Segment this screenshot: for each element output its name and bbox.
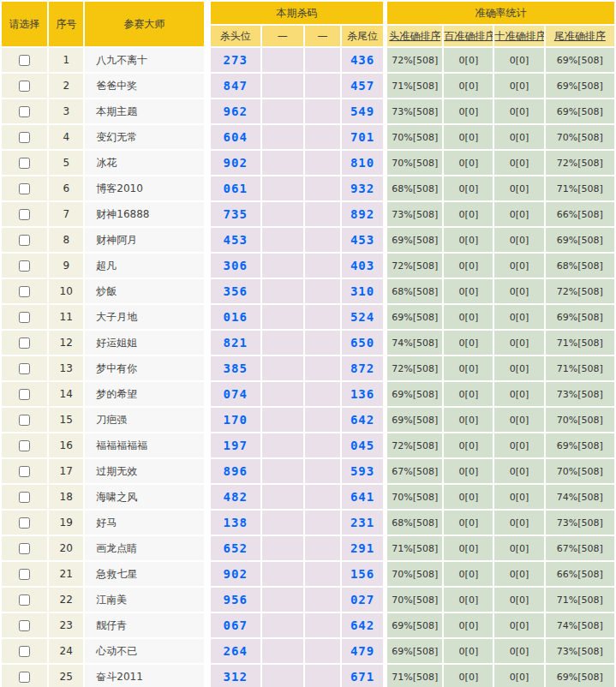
kill-mid1-cell bbox=[262, 562, 303, 586]
kill-tail-number[interactable]: 892 bbox=[350, 207, 374, 221]
table-row: 23 靓仔青 067 642 69%[508] 0[0] 0[0] 74%[50… bbox=[2, 613, 614, 637]
row-checkbox[interactable] bbox=[19, 260, 30, 272]
kill-tail-cell: 650 bbox=[342, 331, 383, 355]
kill-head-number[interactable]: 197 bbox=[224, 439, 248, 452]
kill-mid2-cell bbox=[305, 433, 340, 457]
kill-head-number[interactable]: 902 bbox=[224, 567, 248, 581]
kill-head-number[interactable]: 016 bbox=[224, 310, 248, 324]
kill-tail-number[interactable]: 027 bbox=[350, 593, 374, 606]
row-checkbox[interactable] bbox=[19, 440, 30, 451]
kill-head-number[interactable]: 956 bbox=[224, 593, 248, 606]
acc-tail-cell: 69%[508] bbox=[546, 228, 614, 252]
sort-link-ten-accuracy[interactable]: 十准确排序 bbox=[494, 30, 543, 42]
row-checkbox[interactable] bbox=[19, 363, 30, 374]
kill-tail-number[interactable]: 872 bbox=[350, 361, 374, 375]
kill-tail-number[interactable]: 549 bbox=[350, 105, 374, 118]
row-checkbox[interactable] bbox=[19, 183, 30, 194]
kill-tail-number[interactable]: 436 bbox=[350, 53, 374, 67]
kill-head-number[interactable]: 273 bbox=[224, 53, 248, 67]
kill-tail-number[interactable]: 403 bbox=[350, 259, 374, 272]
row-checkbox[interactable] bbox=[19, 55, 30, 66]
kill-head-number[interactable]: 067 bbox=[224, 618, 248, 632]
kill-tail-number[interactable]: 453 bbox=[350, 233, 374, 247]
kill-mid2-cell bbox=[305, 48, 340, 72]
sort-link-tail-accuracy[interactable]: 尾准确排序 bbox=[554, 30, 606, 42]
kill-head-number[interactable]: 453 bbox=[224, 233, 248, 247]
row-checkbox[interactable] bbox=[19, 492, 30, 503]
kill-head-number[interactable]: 312 bbox=[224, 670, 248, 684]
row-checkbox[interactable] bbox=[19, 543, 30, 554]
row-checkbox[interactable] bbox=[19, 672, 30, 683]
kill-tail-number[interactable]: 457 bbox=[350, 79, 374, 93]
row-checkbox[interactable] bbox=[19, 466, 30, 477]
kill-tail-number[interactable]: 136 bbox=[350, 387, 374, 401]
index-cell: 12 bbox=[49, 331, 83, 355]
row-checkbox[interactable] bbox=[19, 132, 30, 143]
row-gap-left bbox=[206, 511, 209, 535]
row-checkbox[interactable] bbox=[19, 620, 30, 631]
kill-head-number[interactable]: 170 bbox=[224, 413, 248, 427]
row-checkbox[interactable] bbox=[19, 235, 30, 246]
index-cell: 13 bbox=[49, 356, 83, 380]
select-cell bbox=[2, 356, 47, 380]
kill-head-number[interactable]: 652 bbox=[224, 541, 248, 555]
sort-link-head-accuracy[interactable]: 头准确排序 bbox=[389, 30, 440, 42]
kill-head-number[interactable]: 138 bbox=[224, 516, 248, 529]
kill-tail-number[interactable]: 701 bbox=[350, 130, 374, 144]
kill-tail-number[interactable]: 479 bbox=[350, 644, 374, 658]
kill-tail-number[interactable]: 231 bbox=[350, 516, 374, 529]
acc-ten-cell: 0[0] bbox=[494, 511, 543, 535]
kill-head-number[interactable]: 902 bbox=[224, 156, 248, 170]
row-checkbox[interactable] bbox=[19, 312, 30, 323]
row-checkbox[interactable] bbox=[19, 389, 30, 400]
kill-tail-number[interactable]: 671 bbox=[350, 670, 374, 684]
kill-head-number[interactable]: 735 bbox=[224, 207, 248, 221]
kill-head-number[interactable]: 482 bbox=[224, 490, 248, 504]
kill-tail-cell: 593 bbox=[342, 459, 383, 483]
kill-head-number[interactable]: 385 bbox=[224, 361, 248, 375]
kill-head-number[interactable]: 896 bbox=[224, 464, 248, 478]
kill-tail-number[interactable]: 642 bbox=[350, 618, 374, 632]
kill-tail-number[interactable]: 310 bbox=[350, 284, 374, 298]
kill-head-number[interactable]: 306 bbox=[224, 259, 248, 272]
kill-head-number[interactable]: 074 bbox=[224, 387, 248, 401]
row-checkbox[interactable] bbox=[19, 338, 30, 349]
row-checkbox[interactable] bbox=[19, 286, 30, 297]
kill-head-number[interactable]: 962 bbox=[224, 105, 248, 118]
acc-ten-cell: 0[0] bbox=[494, 74, 543, 98]
sort-link-hundred-accuracy[interactable]: 百准确排序 bbox=[444, 30, 493, 42]
kill-tail-number[interactable]: 291 bbox=[350, 541, 374, 555]
kill-head-number[interactable]: 821 bbox=[224, 336, 248, 349]
row-checkbox[interactable] bbox=[19, 209, 30, 220]
kill-head-number[interactable]: 356 bbox=[224, 284, 248, 298]
row-checkbox[interactable] bbox=[19, 81, 30, 92]
row-checkbox[interactable] bbox=[19, 646, 30, 657]
kill-head-number[interactable]: 847 bbox=[224, 79, 248, 93]
kill-tail-number[interactable]: 045 bbox=[350, 439, 374, 452]
kill-head-number[interactable]: 604 bbox=[224, 130, 248, 144]
row-checkbox[interactable] bbox=[19, 106, 30, 117]
acc-hundred-cell: 0[0] bbox=[444, 254, 493, 278]
kill-mid2-cell bbox=[305, 279, 340, 303]
select-cell bbox=[2, 176, 47, 200]
row-checkbox[interactable] bbox=[19, 569, 30, 580]
row-gap-left bbox=[206, 305, 209, 329]
kill-tail-number[interactable]: 156 bbox=[350, 567, 374, 581]
row-checkbox[interactable] bbox=[19, 158, 30, 169]
kill-tail-number[interactable]: 650 bbox=[350, 336, 374, 349]
kill-head-number[interactable]: 264 bbox=[224, 644, 248, 658]
kill-tail-number[interactable]: 641 bbox=[350, 490, 374, 504]
row-checkbox[interactable] bbox=[19, 415, 30, 426]
kill-mid1-cell bbox=[262, 254, 303, 278]
kill-head-cell: 902 bbox=[211, 562, 260, 586]
kill-tail-number[interactable]: 810 bbox=[350, 156, 374, 170]
row-checkbox[interactable] bbox=[19, 517, 30, 529]
row-checkbox[interactable] bbox=[19, 594, 30, 606]
acc-head-cell: 71%[508] bbox=[387, 536, 442, 560]
kill-tail-number[interactable]: 593 bbox=[350, 464, 374, 478]
kill-head-number[interactable]: 061 bbox=[224, 182, 248, 195]
kill-tail-number[interactable]: 932 bbox=[350, 182, 374, 195]
kill-tail-number[interactable]: 524 bbox=[350, 310, 374, 324]
kill-tail-number[interactable]: 642 bbox=[350, 413, 374, 427]
table-row: 15 刀疤强 170 642 69%[508] 0[0] 0[0] 70%[50… bbox=[2, 408, 614, 432]
